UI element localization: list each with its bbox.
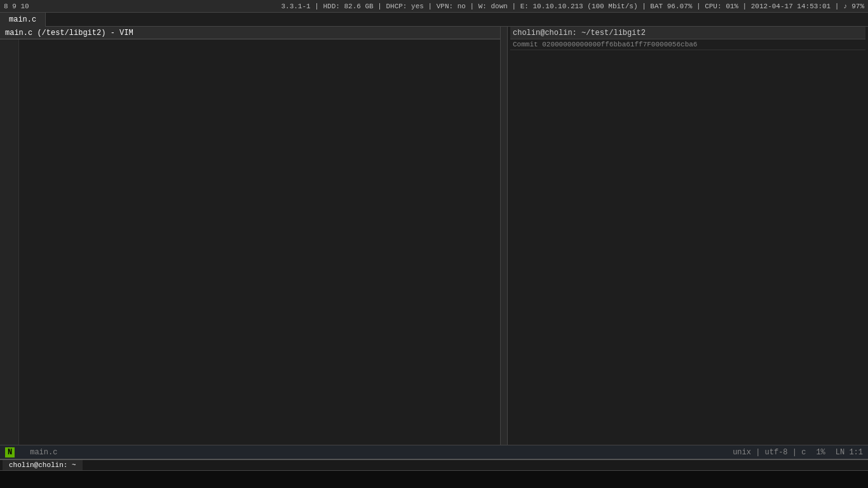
terminal-tab-bar: cholin@cholin: ~ [0, 460, 868, 471]
terminal-area: cholin@cholin: ~ [0, 459, 868, 488]
tab-bar: main.c [0, 13, 868, 27]
file-tree-pane: cholin@cholin: ~/test/libgit2 Commit 020… [508, 27, 868, 445]
terminal-content[interactable] [0, 471, 868, 488]
current-file: main.c [30, 448, 57, 457]
file-encoding: unix | utf-8 | c [733, 448, 806, 457]
main-area: main.c (/test/libgit2) - VIM cholin@chol… [0, 27, 868, 445]
tree-commit: Commit 02000000000000ff6bba61ff7F0000056… [510, 39, 865, 50]
code-area[interactable] [19, 39, 500, 445]
tree-content [510, 50, 865, 53]
editor-pane: main.c (/test/libgit2) - VIM [0, 27, 500, 445]
tree-header: cholin@cholin: ~/test/libgit2 [510, 27, 865, 39]
editor-scrollbar[interactable] [500, 27, 508, 445]
tab-main-c[interactable]: main.c [0, 13, 46, 27]
file-percent: 1% [816, 448, 825, 457]
workspace-nums: 8 9 10 [4, 3, 29, 10]
vim-mode: N [5, 447, 15, 458]
editor-title: main.c (/test/libgit2) - VIM [5, 29, 133, 37]
line-numbers [0, 39, 19, 445]
terminal-pane: cholin@cholin: ~ [0, 460, 868, 488]
top-bar: 8 9 10 3.3.1-1 | HDD: 82.6 GB | DHCP: ye… [0, 0, 868, 13]
editor-content[interactable] [0, 39, 500, 445]
status-bar: N main.c unix | utf-8 | c 1% LN 1:1 [0, 445, 868, 459]
commit-hash: Commit 02000000000000ff6bba61ff7F0000056… [513, 41, 697, 48]
system-info: 3.3.1-1 | HDD: 82.6 GB | DHCP: yes | VPN… [281, 3, 864, 10]
terminal-tab[interactable]: cholin@cholin: ~ [3, 460, 83, 470]
tree-title: cholin@cholin: ~/test/libgit2 [513, 29, 646, 37]
editor-titlebar: main.c (/test/libgit2) - VIM [0, 27, 500, 39]
status-right: unix | utf-8 | c 1% LN 1:1 [733, 448, 863, 457]
cursor-position: LN 1:1 [836, 448, 863, 457]
